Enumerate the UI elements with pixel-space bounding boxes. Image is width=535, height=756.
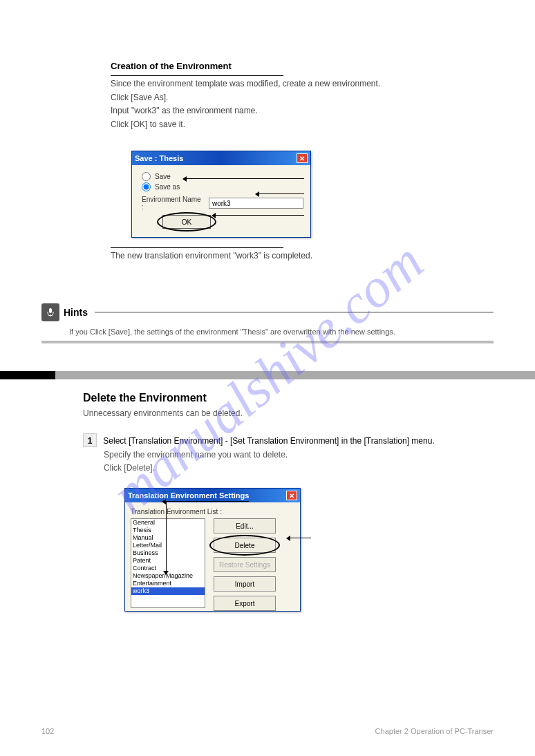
list-item[interactable]: Thesis bbox=[131, 527, 205, 534]
callout-arrow-list-head bbox=[163, 571, 169, 575]
body-text-2: Click [Save As]. bbox=[111, 93, 494, 104]
hints-label: Hints bbox=[64, 307, 88, 318]
env-settings-dialog: Translation Environment Settings ✕ Trans… bbox=[124, 488, 301, 612]
callout-arrow-delete bbox=[290, 538, 311, 538]
env-list-label: Translation Environment List : bbox=[131, 508, 294, 516]
env-name-label: Environment Name : bbox=[142, 196, 205, 211]
close-icon[interactable]: ✕ bbox=[297, 153, 308, 163]
radio-saveas-label: Save as bbox=[155, 183, 180, 191]
hints-line bbox=[95, 312, 494, 313]
page-footer: 102 Chapter 2 Operation of PC-Transer bbox=[41, 727, 494, 735]
radio-saveas[interactable] bbox=[142, 182, 151, 191]
list-item[interactable]: Patent bbox=[131, 557, 205, 565]
page-number: 102 bbox=[41, 727, 54, 735]
close-icon-2[interactable]: ✕ bbox=[286, 491, 297, 500]
delete-button[interactable]: Delete bbox=[214, 538, 276, 553]
list-item[interactable]: Entertainment bbox=[131, 580, 205, 587]
hints-icon bbox=[41, 303, 59, 321]
section-title-2: Delete the Environment bbox=[83, 392, 494, 404]
env-listbox[interactable]: General Thesis Manual Letter/Mail Busine… bbox=[131, 518, 205, 608]
body-text-4: Click [OK] to save it. bbox=[111, 120, 494, 131]
dialog2-title: Translation Environment Settings bbox=[128, 491, 249, 500]
export-button[interactable]: Export bbox=[214, 596, 276, 611]
list-item-selected[interactable]: work3 bbox=[131, 587, 205, 595]
restore-button[interactable]: Restore Settings bbox=[214, 557, 276, 572]
callout-arrow-list-h bbox=[166, 501, 249, 502]
step-3-text: Click [Delete]. bbox=[104, 463, 494, 474]
step-1-text: Select [Translation Environment] - [Set … bbox=[103, 436, 434, 446]
hints-bar: Hints bbox=[41, 303, 494, 321]
edit-button[interactable]: Edit... bbox=[214, 518, 276, 533]
rule-2 bbox=[111, 247, 283, 248]
radio-save-label: Save bbox=[155, 173, 171, 180]
radio-save[interactable] bbox=[142, 172, 151, 181]
dialog2-titlebar: Translation Environment Settings ✕ bbox=[125, 489, 300, 502]
body-text-3: Input "work3" as the environment name. bbox=[111, 106, 494, 117]
callout-arrow-name bbox=[259, 193, 304, 194]
callout-arrow-ok bbox=[216, 215, 304, 216]
step-1-num: 1 bbox=[83, 433, 97, 447]
radio-save-row[interactable]: Save bbox=[142, 172, 303, 181]
rule bbox=[111, 75, 283, 76]
list-item[interactable]: Manual bbox=[131, 534, 205, 542]
list-item[interactable]: General bbox=[131, 519, 205, 527]
radio-saveas-row[interactable]: Save as bbox=[142, 182, 303, 191]
list-item[interactable]: Letter/Mail bbox=[131, 542, 205, 549]
dialog-titlebar: Save : Thesis ✕ bbox=[132, 151, 310, 165]
step-1: 1 Select [Translation Environment] - [Se… bbox=[83, 433, 494, 447]
ok-button[interactable]: OK bbox=[162, 215, 211, 229]
callout-arrow-list-v bbox=[166, 501, 167, 574]
dialog-title: Save : Thesis bbox=[135, 154, 183, 162]
section-divider bbox=[0, 371, 535, 379]
env-name-input[interactable] bbox=[209, 198, 303, 209]
import-button[interactable]: Import bbox=[214, 576, 276, 592]
hints-body: If you Click [Save], the settings of the… bbox=[69, 327, 466, 337]
save-dialog: Save : Thesis ✕ Save Save as Environment… bbox=[131, 151, 311, 238]
svg-rect-0 bbox=[49, 308, 52, 313]
body-text-5: The new translation environment "work3" … bbox=[111, 251, 494, 262]
para-delete: Unnecessary environments can be deleted. bbox=[83, 408, 494, 419]
chapter-label: Chapter 2 Operation of PC-Transer bbox=[375, 727, 494, 735]
section-title-1: Creation of the Environment bbox=[111, 61, 494, 71]
body-text-1: Since the environment template was modif… bbox=[111, 79, 494, 90]
hints-end-line bbox=[41, 341, 494, 343]
step-2-text: Specify the environment name you want to… bbox=[104, 450, 494, 461]
list-item[interactable]: Business bbox=[131, 549, 205, 557]
callout-arrow-saveas bbox=[187, 178, 304, 179]
